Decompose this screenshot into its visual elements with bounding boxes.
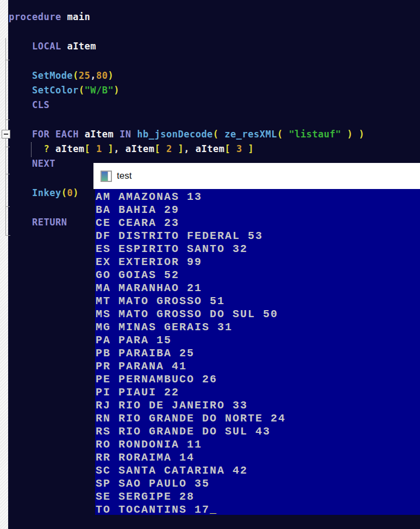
code-token: SetColor [32,85,79,96]
code-line [9,112,416,127]
code-token [102,143,108,154]
console-cursor: _ [210,503,217,515]
console-row: EX EXTERIOR 99 [96,256,420,269]
code-token [190,143,196,154]
code-token [49,143,55,154]
console-row: ES ESPIRITO SANTO 32 [96,243,420,256]
code-token: ( [61,187,67,198]
console-row: SC SANTA CATARINA 42 [96,464,420,477]
code-token: NEXT [32,158,55,169]
editor-fold-gutter [0,0,8,529]
code-line: SetColor("W/B") [9,83,416,98]
console-window-icon[interactable] [101,171,112,182]
console-row: DF DISTRITO FEDERAL 53 [96,230,420,243]
code-token [283,129,289,140]
code-token: , [90,70,96,81]
code-token: SetMode [32,70,73,81]
fold-collapse-icon[interactable] [2,130,10,138]
code-token: ( [73,70,79,81]
code-token: FOR [32,129,49,140]
code-token: RETURN [32,217,67,228]
indent-guide [31,142,32,157]
code-token: aItem [126,143,155,154]
code-token: ( [213,129,219,140]
code-token [131,129,137,140]
code-token: aItem [67,41,96,52]
console-row: RS RIO GRANDE DO SUL 43 [96,425,420,438]
console-row: RJ RIO DE JANEIRO 33 [96,399,420,412]
code-token: , [114,143,120,154]
code-token: ( [79,85,85,96]
code-line: ? aItem[ 1 ], aItem[ 2 ], aItem[ 3 ] [9,142,416,156]
code-token: EACH [55,129,79,140]
code-token [49,129,55,140]
console-row: TO TOCANTINS 17_ [96,503,420,515]
code-token: ? [43,143,49,154]
icon-pane-left [102,172,108,181]
console-row: PA PARA 15 [96,334,420,347]
code-token: aItem [196,143,225,154]
console-row: AM AMAZONAS 13 [96,191,420,204]
console-row: SP SAO PAULO 35 [96,477,420,490]
code-token [242,143,248,154]
code-indent [9,143,43,154]
console-row: MA MARANHAO 21 [96,282,420,295]
code-token [230,143,236,154]
code-line: procedure main [9,10,416,24]
minus-glyph [4,134,8,135]
code-token: ] [108,143,114,154]
console-screen[interactable]: AM AMAZONAS 13BA BAHIA 29CE CEARA 23DF D… [93,189,420,515]
console-row: SE SERGIPE 28 [96,490,420,503]
code-token: ze_resXML [224,129,277,140]
console-row: PE PERNAMBUCO 26 [96,373,420,386]
fold-corner [5,235,10,236]
code-indent [9,158,32,169]
code-line: SetMode(25,80) [9,68,416,83]
code-token [172,143,178,154]
code-indent [9,41,32,52]
console-row: MS MATO GROSSO DO SUL 50 [96,308,420,321]
console-row: GO GOIAS 52 [96,269,420,282]
console-row: PB PARAIBA 25 [96,347,420,360]
code-indent [9,217,32,228]
code-token [114,129,120,140]
code-token: hb_jsonDecode [137,129,213,140]
console-row: MG MINAS GERAIS 31 [96,321,420,334]
code-token: IN [120,129,131,140]
code-token: 1 [96,143,102,154]
code-token [120,143,126,154]
code-token: ) [347,129,353,140]
code-token: [ [224,143,230,154]
console-titlebar[interactable]: test [93,163,420,189]
code-line: LOCAL aItem [9,39,416,54]
code-indent [9,187,32,198]
code-token: [ [85,143,91,154]
code-token: main [67,11,90,22]
icon-pane-right [108,172,111,181]
console-row: RR RORAIMA 14 [96,451,420,464]
console-row: PI PIAUI 22 [96,386,420,399]
code-token: 25 [79,70,90,81]
code-line: CLS [9,98,416,112]
code-token [353,129,359,140]
code-token: ) [73,187,79,198]
code-token [90,143,96,154]
console-row: RO RONDONIA 11 [96,438,420,451]
code-token [79,129,85,140]
code-token: 3 [236,143,242,154]
code-indent [9,99,32,110]
console-window[interactable]: test AM AMAZONAS 13BA BAHIA 29CE CEARA 2… [93,163,420,515]
code-token: CLS [32,99,49,110]
code-token: [ [155,143,161,154]
code-token: LOCAL [32,41,61,52]
code-token: ) [108,70,114,81]
code-token: "listauf" [289,129,341,140]
code-line [9,54,416,68]
code-token: 0 [67,187,73,198]
code-line [9,24,416,39]
code-indent [9,129,32,140]
code-token [61,41,67,52]
code-token: aItem [85,129,114,140]
code-token: "W/B" [85,85,114,96]
code-token: Inkey [32,187,61,198]
